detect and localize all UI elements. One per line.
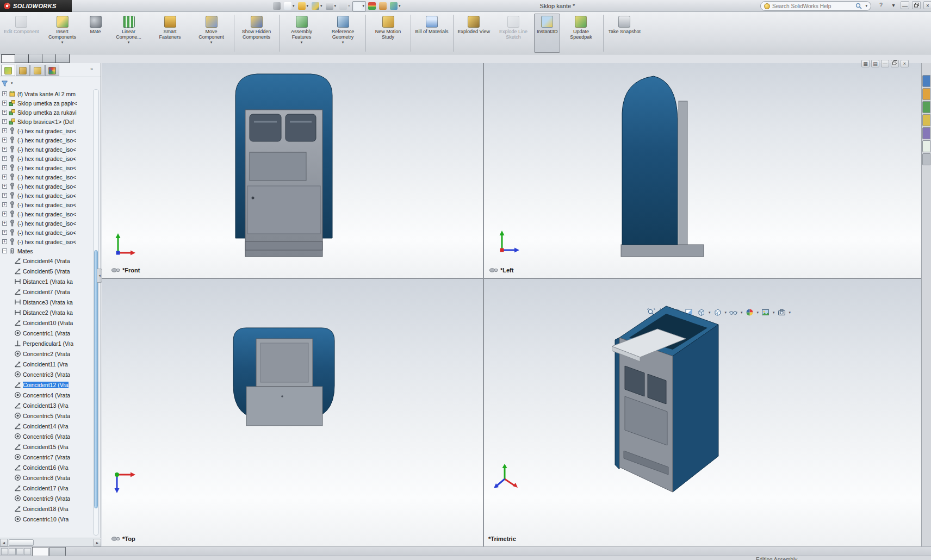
tree-component-row[interactable]: (-) hex nut gradec_iso< (0, 200, 92, 209)
viewport-top[interactable]: *Top (102, 279, 483, 546)
tree-mate-row[interactable]: Coincident7 (Vrata (0, 287, 92, 297)
tree-mate-row[interactable]: Distance3 (Vrata ka (0, 297, 92, 307)
tree-mate-row[interactable]: Distance2 (Vrata ka (0, 307, 92, 318)
scrollbar-thumb[interactable] (94, 250, 98, 508)
panel-tab[interactable] (30, 65, 45, 76)
panel-tab[interactable] (1, 65, 15, 76)
heads-up-button[interactable] (761, 308, 775, 316)
quick-toolbar-button[interactable] (283, 1, 296, 11)
tree-component-row[interactable]: (-) hex nut gradec_iso< (0, 219, 92, 228)
tree-component-row[interactable]: (-) hex nut gradec_iso< (0, 172, 92, 182)
tree-mate-row[interactable]: Coincident14 (Vra (0, 421, 92, 431)
ribbon-button[interactable] (411, 15, 411, 52)
quick-toolbar-button[interactable] (338, 1, 351, 11)
viewport-horizontal-splitter[interactable] (102, 278, 931, 279)
tree-mate-row[interactable]: Coincident16 (Vra (0, 462, 92, 472)
quick-toolbar-button[interactable] (389, 1, 402, 11)
command-tab[interactable] (28, 54, 42, 63)
task-pane-tab[interactable] (922, 101, 930, 113)
tree-mate-row[interactable]: Concentric8 (Vrata (0, 472, 92, 483)
quick-toolbar-button[interactable] (378, 1, 388, 11)
tree-mate-row[interactable]: Concentric2 (Vrata (0, 349, 92, 359)
tree-component-row[interactable]: Sklop bravica<1> (Def (0, 117, 92, 126)
tree-component-row[interactable]: (-) hex nut gradec_iso< (0, 145, 92, 154)
document-tab[interactable] (32, 547, 48, 556)
ribbon-button[interactable]: Linear Compone... (108, 14, 150, 53)
tree-mate-row[interactable]: Concentric10 (Vra (0, 514, 92, 524)
tree-component-row[interactable]: (-) hex nut gradec_iso< (0, 154, 92, 163)
ribbon-button[interactable]: Insert Components (42, 14, 83, 53)
viewport-layout-icon[interactable]: ▤ (871, 60, 879, 67)
ribbon-button[interactable] (234, 15, 234, 52)
viewport-layout-icon[interactable]: ▦ (861, 60, 870, 67)
expand-icon[interactable] (2, 184, 7, 189)
expand-icon[interactable] (2, 91, 7, 96)
tree-mate-row[interactable]: Coincident18 (Vra (0, 503, 92, 514)
document-restore-button[interactable] (891, 60, 899, 67)
heads-up-button[interactable] (778, 308, 791, 316)
ribbon-button[interactable]: New Motion Study (368, 14, 409, 53)
viewport-front[interactable]: *Front (102, 63, 483, 278)
tree-mate-row[interactable]: Concentric4 (Vrata (0, 390, 92, 400)
menu-item[interactable] (86, 4, 96, 8)
tree-mate-row[interactable]: Coincident5 (Vrata (0, 266, 92, 276)
tab-nav-icon[interactable] (1, 548, 8, 555)
search-input[interactable] (772, 3, 853, 9)
quick-toolbar-button[interactable] (272, 1, 282, 11)
tree-horizontal-scrollbar[interactable]: ◄ ► (0, 538, 101, 546)
minimize-button[interactable]: — (901, 1, 909, 9)
menu-item[interactable] (135, 4, 145, 8)
scroll-right-icon[interactable]: ► (94, 539, 101, 546)
tree-mate-row[interactable]: Concentric9 (Vrata (0, 493, 92, 503)
tree-mate-row[interactable]: Concentric7 (Vrata (0, 452, 92, 462)
scrollbar-thumb[interactable] (9, 539, 34, 546)
document-minimize-button[interactable]: — (881, 60, 889, 67)
tab-nav-icon[interactable] (24, 548, 31, 555)
document-tab[interactable] (49, 547, 66, 556)
ribbon-button[interactable]: Take Snapshot (605, 14, 643, 53)
tree-component-row[interactable]: (-) hex nut gradec_iso< (0, 135, 92, 145)
search-dropdown-icon[interactable] (865, 4, 867, 8)
tree-mate-row[interactable]: Coincident10 (Vrata (0, 318, 92, 328)
task-pane-tab[interactable] (922, 114, 930, 126)
tree-mate-row[interactable]: Concentric1 (Vrata (0, 328, 92, 338)
viewport-trimetric[interactable]: *Trimetric (484, 279, 931, 546)
panel-tab[interactable] (16, 65, 30, 76)
expand-icon[interactable] (2, 239, 7, 244)
ribbon-button[interactable]: Show Hidden Components (236, 14, 277, 53)
document-close-button[interactable]: × (901, 60, 909, 67)
tree-component-row[interactable]: Sklop umetka za papir< (0, 98, 92, 108)
ribbon-button[interactable] (453, 15, 454, 52)
search-icon[interactable] (855, 3, 862, 9)
tree-mate-row[interactable]: Distance1 (Vrata ka (0, 276, 92, 287)
heads-up-button[interactable] (746, 308, 759, 316)
tree-component-row[interactable]: (-) hex nut gradec_iso< (0, 126, 92, 135)
tree-mates-folder-row[interactable]: Mates (0, 246, 92, 256)
ribbon-button[interactable]: Edit Component (1, 14, 42, 53)
task-pane-tab[interactable] (922, 140, 930, 152)
expand-icon[interactable] (2, 119, 7, 124)
tree-mate-row[interactable]: Coincident12 (Vra (0, 379, 92, 390)
tree-component-row[interactable]: (-) hex nut gradec_iso< (0, 237, 92, 246)
command-tab[interactable] (55, 54, 70, 63)
panel-tab[interactable] (45, 65, 59, 76)
quick-toolbar-button[interactable] (311, 1, 324, 11)
menu-item[interactable] (125, 4, 135, 8)
tree-mate-row[interactable]: Coincident17 (Vra (0, 483, 92, 493)
expand-icon[interactable] (2, 156, 7, 161)
task-pane-tab[interactable] (922, 153, 930, 165)
menu-item[interactable] (76, 4, 86, 8)
task-pane-tab[interactable] (922, 127, 930, 139)
command-tab[interactable] (1, 54, 15, 63)
tree-mate-row[interactable]: Coincident11 (Vra (0, 359, 92, 369)
tree-mate-row[interactable]: Concentric6 (Vrata (0, 431, 92, 441)
ribbon-button[interactable]: Instant3D (534, 14, 561, 53)
expand-icon[interactable] (2, 128, 7, 133)
tree-mate-row[interactable]: Perpendicular1 (Vra (0, 338, 92, 349)
tree-component-row[interactable]: Sklop umetka za rukavi (0, 108, 92, 117)
tree-vertical-scrollbar[interactable] (93, 89, 99, 536)
expand-icon[interactable] (2, 175, 7, 179)
tree-mate-row[interactable]: Concentric3 (Vrata (0, 369, 92, 379)
expand-icon[interactable] (2, 101, 7, 105)
quick-toolbar-button[interactable] (297, 1, 310, 11)
